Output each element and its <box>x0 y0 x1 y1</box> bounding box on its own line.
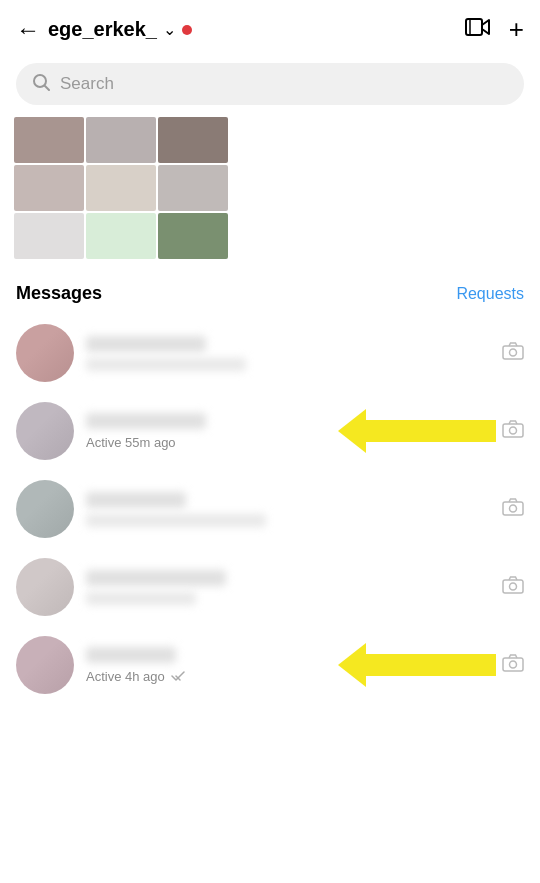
story-cell-1[interactable] <box>14 117 84 163</box>
contact-name <box>86 570 226 586</box>
avatar <box>16 402 74 460</box>
story-grid <box>14 117 228 261</box>
story-cell-4[interactable] <box>14 165 84 211</box>
svg-rect-6 <box>503 424 523 437</box>
header-right: + <box>465 14 524 45</box>
requests-button[interactable]: Requests <box>456 285 524 303</box>
message-content <box>86 570 490 605</box>
contact-name <box>86 336 206 352</box>
section-header: Messages Requests <box>0 279 540 314</box>
list-item[interactable] <box>0 314 540 392</box>
svg-point-5 <box>510 349 517 356</box>
message-preview <box>86 514 266 527</box>
svg-rect-4 <box>503 346 523 359</box>
message-list: Active 55m ago <box>0 314 540 704</box>
list-item[interactable] <box>0 470 540 548</box>
svg-rect-12 <box>503 658 523 671</box>
svg-rect-8 <box>503 502 523 515</box>
list-item[interactable]: Active 4h ago <box>0 626 540 704</box>
messages-label: Messages <box>16 283 102 304</box>
svg-point-7 <box>510 427 517 434</box>
story-cell-2[interactable] <box>86 117 156 163</box>
message-content <box>86 492 490 527</box>
svg-rect-10 <box>503 580 523 593</box>
search-icon <box>32 73 50 95</box>
contact-name <box>86 413 206 429</box>
active-status: Active 55m ago <box>86 435 490 450</box>
camera-icon[interactable] <box>502 420 524 443</box>
header: ← ege_erkek_ ⌄ + <box>0 0 540 55</box>
svg-rect-0 <box>466 19 482 35</box>
svg-line-3 <box>45 86 49 90</box>
message-preview <box>86 358 246 371</box>
message-content <box>86 336 490 371</box>
camera-icon[interactable] <box>502 654 524 677</box>
message-content: Active 55m ago <box>86 413 490 450</box>
chevron-down-icon[interactable]: ⌄ <box>163 20 176 39</box>
camera-icon[interactable] <box>502 342 524 365</box>
camera-icon[interactable] <box>502 576 524 599</box>
svg-point-13 <box>510 661 517 668</box>
avatar <box>16 324 74 382</box>
story-cell-7[interactable] <box>14 213 84 259</box>
message-content: Active 4h ago <box>86 647 490 684</box>
username-label: ege_erkek_ <box>48 18 157 41</box>
story-cell-9[interactable] <box>158 213 228 259</box>
header-left: ← ege_erkek_ ⌄ <box>16 16 192 44</box>
add-video-button[interactable] <box>465 16 491 44</box>
contact-name <box>86 492 186 508</box>
story-cell-8[interactable] <box>86 213 156 259</box>
new-message-button[interactable]: + <box>509 14 524 45</box>
story-cell-6[interactable] <box>158 165 228 211</box>
username-row: ege_erkek_ ⌄ <box>48 18 192 41</box>
svg-point-11 <box>510 583 517 590</box>
list-item[interactable]: Active 55m ago <box>0 392 540 470</box>
back-button[interactable]: ← <box>16 16 40 44</box>
avatar <box>16 480 74 538</box>
search-bar[interactable]: Search <box>16 63 524 105</box>
story-cell-3[interactable] <box>158 117 228 163</box>
avatar <box>16 558 74 616</box>
message-preview <box>86 592 196 605</box>
search-placeholder: Search <box>60 74 114 94</box>
svg-point-2 <box>34 75 46 87</box>
list-item[interactable] <box>0 548 540 626</box>
online-status-dot <box>182 25 192 35</box>
story-cell-5[interactable] <box>86 165 156 211</box>
camera-icon[interactable] <box>502 498 524 521</box>
contact-name <box>86 647 176 663</box>
svg-point-9 <box>510 505 517 512</box>
active-status: Active 4h ago <box>86 669 490 684</box>
avatar <box>16 636 74 694</box>
